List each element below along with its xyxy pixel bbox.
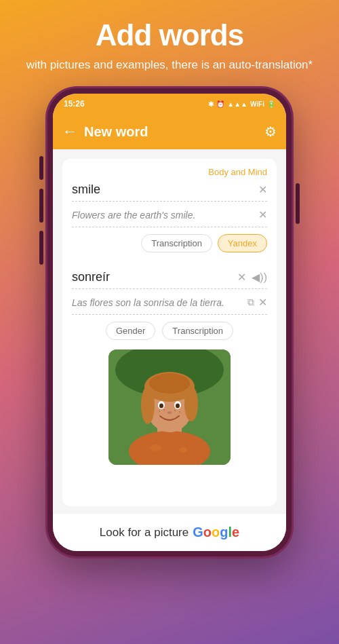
svg-point-18 xyxy=(159,411,160,412)
section-divider xyxy=(72,262,267,270)
translation-example: Las flores son la sonrisa de la tierra. xyxy=(72,297,247,308)
wifi-icon: WiFi xyxy=(250,100,264,108)
word-value: smile xyxy=(72,183,258,197)
copy-icon[interactable]: ⧉ xyxy=(247,297,254,308)
svg-point-21 xyxy=(179,411,180,413)
status-icons: ✱ ⏰ ▲▲▲ WiFi 🔋 xyxy=(208,100,275,108)
g-letter-blue2: g xyxy=(220,525,228,539)
g-letter-yellow: o xyxy=(212,525,220,539)
alarm-icon: ⏰ xyxy=(216,100,224,108)
svg-point-5 xyxy=(179,447,187,453)
top-text-section: Add words with pictures and examples, th… xyxy=(13,0,326,81)
clear-example-icon[interactable]: ✕ xyxy=(258,208,267,221)
clear-word-icon[interactable]: ✕ xyxy=(258,183,267,196)
google-logo: Google xyxy=(193,525,239,540)
sound-icon[interactable]: ◀)) xyxy=(252,271,267,284)
main-heading: Add words xyxy=(26,19,313,52)
svg-point-13 xyxy=(159,404,163,409)
main-subheading: with pictures and examples, there is an … xyxy=(26,57,313,73)
svg-point-4 xyxy=(151,444,161,451)
category-label: Body and Mind xyxy=(72,167,267,177)
svg-point-9 xyxy=(184,386,198,421)
g-letter-blue: G xyxy=(193,525,203,539)
svg-point-20 xyxy=(174,410,176,411)
word-input-row[interactable]: smile ✕ xyxy=(72,183,267,202)
back-button[interactable]: ← xyxy=(62,123,77,140)
image-container[interactable] xyxy=(108,349,231,465)
phone-frame: 15:26 ✱ ⏰ ▲▲▲ WiFi 🔋 ← New word ⚙ Body a… xyxy=(47,88,292,556)
g-letter-red: o xyxy=(203,525,212,539)
look-for-text: Look for a picture xyxy=(100,526,188,539)
status-time: 15:26 xyxy=(64,99,85,109)
word-actions: Transcription Yandex xyxy=(72,234,267,252)
clear-trans-example-icon[interactable]: ✕ xyxy=(258,296,267,309)
phone-btn-left1 xyxy=(39,156,43,180)
translation-example-icons: ⧉ ✕ xyxy=(247,296,267,309)
yandex-button[interactable]: Yandex xyxy=(218,234,267,252)
svg-point-15 xyxy=(167,411,172,414)
phone-btn-left2 xyxy=(39,189,43,223)
app-header: ← New word ⚙ xyxy=(53,114,286,149)
page-title: New word xyxy=(84,124,258,140)
transcription-trans-button[interactable]: Transcription xyxy=(162,322,233,340)
phone-btn-left3 xyxy=(39,231,43,265)
clear-translation-icon[interactable]: ✕ xyxy=(237,271,246,284)
battery-icon: 🔋 xyxy=(267,100,275,108)
phone-btn-right xyxy=(296,183,300,224)
transcription-button[interactable]: Transcription xyxy=(141,234,212,252)
translation-actions: Gender Transcription xyxy=(72,322,267,340)
bottom-bar[interactable]: Look for a picture Google xyxy=(53,513,286,551)
example-text: Flowers are the earth's smile. xyxy=(72,210,258,221)
svg-point-8 xyxy=(141,386,155,424)
svg-point-10 xyxy=(149,373,190,394)
main-card: Body and Mind smile ✕ Flowers are the ea… xyxy=(62,159,277,506)
svg-point-19 xyxy=(163,409,165,411)
translation-example-row[interactable]: Las flores son la sonrisa de la tierra. … xyxy=(72,296,267,315)
person-image xyxy=(108,349,231,465)
signal-icon: ▲▲▲ xyxy=(227,100,247,108)
gender-button[interactable]: Gender xyxy=(106,322,155,340)
content-area: Body and Mind smile ✕ Flowers are the ea… xyxy=(53,149,286,513)
settings-icon[interactable]: ⚙ xyxy=(264,124,277,140)
phone-wrapper: 15:26 ✱ ⏰ ▲▲▲ WiFi 🔋 ← New word ⚙ Body a… xyxy=(47,88,292,556)
bluetooth-icon: ✱ xyxy=(208,100,214,108)
translation-word: sonreír xyxy=(72,270,237,284)
status-bar: 15:26 ✱ ⏰ ▲▲▲ WiFi 🔋 xyxy=(53,94,286,114)
svg-point-17 xyxy=(180,411,189,416)
svg-point-16 xyxy=(150,411,159,416)
g-letter-red2: e xyxy=(232,525,239,539)
translation-word-row[interactable]: sonreír ✕ ◀)) xyxy=(72,270,267,289)
svg-point-14 xyxy=(176,404,180,409)
translation-icons: ✕ ◀)) xyxy=(237,271,267,284)
example-input-row[interactable]: Flowers are the earth's smile. ✕ xyxy=(72,208,267,227)
